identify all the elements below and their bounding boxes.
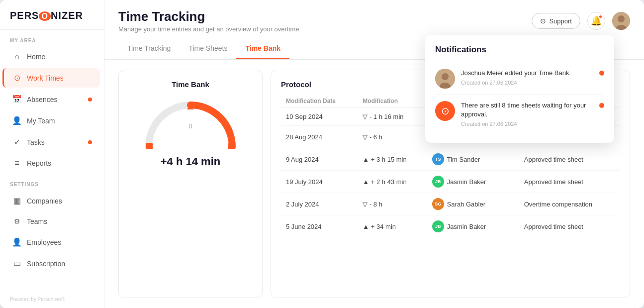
svg-point-8 — [442, 73, 449, 80]
modification-cell: ▲ + 2 h 43 min — [358, 171, 427, 193]
tab-time-sheets[interactable]: Time Sheets — [180, 38, 236, 59]
user-avatar-initials: SG — [432, 198, 444, 210]
notifications-button[interactable]: 🔔 — [587, 12, 605, 30]
timebank-value: +4 h 14 min — [161, 155, 220, 168]
sidebar-item-reports[interactable]: ≡ Reports — [4, 154, 100, 173]
modification-cell: ▲ + 34 min — [358, 215, 427, 238]
notifications-title: Notifications — [435, 45, 604, 55]
user-avatar[interactable] — [612, 12, 630, 30]
table-row: 2 July 2024 ▽ - 8 h SG Sarah Gabler Over… — [281, 193, 620, 215]
logo-area: PERSONIZER — [0, 0, 104, 30]
topbar: Time Tracking Manage your time entries a… — [104, 0, 644, 38]
modification-cell: ▽ - 1 h 16 min — [358, 108, 427, 126]
user-name: Tim Sander — [447, 156, 480, 163]
sidebar-item-label: Employees — [27, 238, 61, 246]
svg-rect-4 — [146, 143, 153, 149]
date-cell: 5 June 2024 — [281, 215, 358, 238]
user-cell: JB Jasmin Baker — [432, 220, 514, 232]
tab-time-bank[interactable]: Time Bank — [236, 38, 289, 59]
col-date: Modification Date — [281, 95, 358, 108]
sidebar-item-employees[interactable]: 👤 Employees — [4, 232, 100, 252]
notif-unread-dot-1 — [599, 71, 604, 76]
notif-date-2: Created on 27.06.2024 — [461, 121, 593, 127]
sidebar-footer: Powered by Personizer® — [0, 291, 104, 308]
user-cell-col: JB Jasmin Baker — [427, 215, 519, 238]
table-row: 19 July 2024 ▲ + 2 h 43 min JB Jasmin Ba… — [281, 171, 620, 193]
action-cell: Approved time sheet — [519, 171, 620, 193]
notif-message-2: There are still 8 time sheets waiting fo… — [461, 101, 593, 119]
topbar-actions: ⊙ Support 🔔 — [532, 12, 630, 30]
sidebar-item-work-times[interactable]: ⊙ Work Times — [2, 68, 100, 88]
user-cell: JB Jasmin Baker — [432, 176, 514, 188]
user-cell: SG Sarah Gabler — [432, 198, 514, 210]
logo: PERSONIZER — [10, 10, 94, 21]
action-cell: Approved time sheet — [519, 215, 620, 238]
notif-date-1: Created on 27.06.2024 — [461, 80, 593, 86]
absences-badge — [88, 98, 92, 102]
support-label: Support — [549, 17, 572, 25]
date-cell: 2 July 2024 — [281, 193, 358, 215]
notif-avatar-2: ⊙ — [435, 101, 455, 121]
modification-cell: ▽ - 6 h — [358, 126, 427, 148]
svg-text:0: 0 — [188, 122, 192, 130]
sidebar-item-label: Tasks — [27, 138, 45, 146]
tab-time-tracking[interactable]: Time Tracking — [118, 38, 180, 59]
avatar-image — [612, 12, 630, 30]
sidebar-item-label: Reports — [27, 159, 51, 167]
sidebar-item-teams[interactable]: ⚙ Teams — [4, 212, 100, 230]
sidebar-item-label: Home — [27, 53, 45, 61]
page-title: Time Tracking — [118, 9, 301, 24]
sidebar: PERSONIZER MY AREA ⌂ Home ⊙ Work Times 📅… — [0, 0, 104, 308]
timebank-card-title: Time Bank — [172, 80, 209, 89]
page-subtitle: Manage your time entries and get an over… — [118, 25, 301, 33]
action-cell: Approved time sheet — [519, 148, 620, 171]
date-cell: 9 Aug 2024 — [281, 148, 358, 171]
sidebar-item-label: Companies — [27, 197, 62, 205]
user-cell-col: JB Jasmin Baker — [427, 171, 519, 193]
notif-avatar-1 — [435, 69, 455, 89]
sidebar-item-absences[interactable]: 📅 Absences — [4, 90, 100, 109]
sidebar-item-label: Subscription — [27, 260, 65, 268]
sidebar-item-label: Work Times — [27, 74, 64, 82]
tasks-icon: ✓ — [12, 137, 22, 147]
teams-icon: ⚙ — [12, 217, 22, 225]
app-window: PERSONIZER MY AREA ⌂ Home ⊙ Work Times 📅… — [0, 0, 644, 308]
team-icon: 👤 — [12, 116, 22, 125]
clock-icon: ⊙ — [12, 73, 22, 83]
modification-cell: ▲ + 3 h 15 min — [358, 148, 427, 171]
support-button[interactable]: ⊙ Support — [532, 13, 580, 29]
sidebar-item-companies[interactable]: ▦ Companies — [4, 191, 100, 210]
date-cell: 10 Sep 2024 — [281, 108, 358, 126]
sidebar-item-label: My Team — [27, 117, 55, 125]
user-cell: TS Tim Sander — [432, 153, 514, 165]
svg-rect-5 — [228, 143, 235, 149]
date-cell: 28 Aug 2024 — [281, 126, 358, 148]
timebank-card: Time Bank 0 — [118, 70, 263, 298]
clock-notif-icon: ⊙ — [441, 105, 450, 117]
notification-item-2: ⊙ There are still 8 time sheets waiting … — [435, 95, 604, 133]
user-name: Jasmin Baker — [447, 178, 486, 186]
sidebar-item-home[interactable]: ⌂ Home — [4, 47, 100, 66]
user-avatar-initials: JB — [432, 176, 444, 188]
sidebar-item-tasks[interactable]: ✓ Tasks — [4, 132, 100, 152]
notifications-popup: Notifications Joschua Meier edited your … — [425, 35, 614, 143]
support-icon: ⊙ — [540, 17, 546, 25]
table-row: 5 June 2024 ▲ + 34 min JB Jasmin Baker A… — [281, 215, 620, 238]
gauge-svg: 0 — [141, 95, 240, 149]
notif-unread-dot-2 — [599, 103, 604, 108]
sidebar-item-subscription[interactable]: ▭ Subscription — [4, 254, 100, 273]
modification-cell: ▽ - 8 h — [358, 193, 427, 215]
tasks-badge — [88, 140, 92, 144]
my-area-label: MY AREA — [0, 30, 104, 46]
gauge: 0 — [141, 95, 240, 149]
calendar-icon: 📅 — [12, 95, 22, 104]
col-modification: Modification — [358, 95, 427, 108]
sidebar-item-label: Absences — [27, 96, 57, 103]
date-cell: 19 July 2024 — [281, 171, 358, 193]
action-cell: Overtime compensation — [519, 193, 620, 215]
user-avatar-initials: JB — [432, 220, 444, 232]
companies-icon: ▦ — [12, 196, 22, 205]
notif-message-1: Joschua Meier edited your Time Bank. — [461, 69, 593, 78]
notification-item-1: Joschua Meier edited your Time Bank. Cre… — [435, 63, 604, 95]
sidebar-item-my-team[interactable]: 👤 My Team — [4, 111, 100, 130]
